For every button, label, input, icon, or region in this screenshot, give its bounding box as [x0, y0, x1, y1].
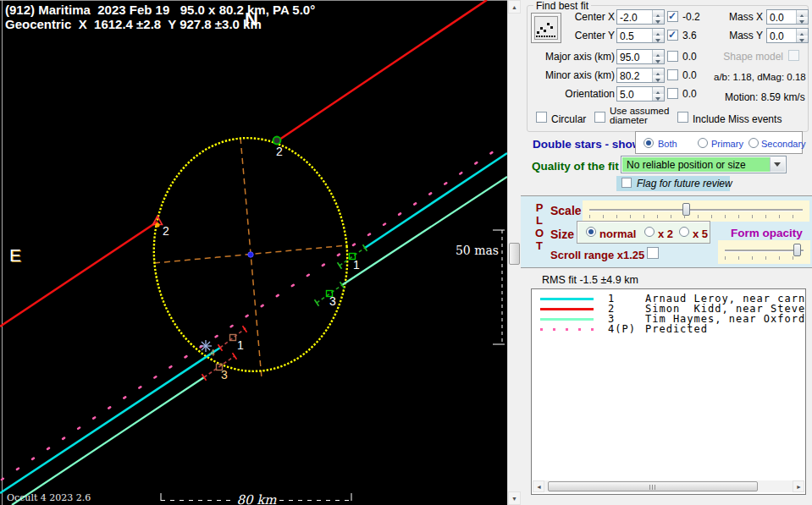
scroll-up-button[interactable]: ▲: [508, 0, 521, 14]
scale-slider[interactable]: [583, 200, 809, 222]
shape-model-checkbox[interactable]: [788, 50, 799, 61]
legend-swatch-chord1: [540, 298, 594, 300]
center-x-fit-checkbox[interactable]: [667, 11, 678, 22]
center-y-spinner[interactable]: [652, 29, 664, 42]
minor-axis-input[interactable]: 80.2: [616, 68, 665, 83]
scroll-range-checkbox[interactable]: [647, 247, 659, 259]
scroll-down-button[interactable]: ▼: [508, 491, 521, 505]
ellipse-center-dot[interactable]: [248, 252, 253, 257]
scale-km-label: 80 km: [236, 492, 277, 505]
use-assumed-diameter-checkbox[interactable]: [594, 112, 605, 123]
orientation-input[interactable]: 5.0: [616, 86, 665, 102]
plot-vertical-word: P L O T: [534, 201, 544, 252]
quality-label: Quality of the fit: [532, 160, 619, 173]
chord1-line-pre[interactable]: [0, 348, 220, 493]
chord3-r-tick1: [315, 299, 319, 305]
chord3-d-tick2: [233, 353, 237, 359]
double-stars-both-radio[interactable]: [644, 138, 654, 148]
plot-vertical-scrollbar[interactable]: ▲ ▼: [507, 0, 522, 505]
form-opacity-thumb[interactable]: [793, 244, 801, 256]
observer-legend-list[interactable]: 1 Arnaud Leroy, near carn 2 Simon Kidd, …: [531, 288, 806, 495]
orientation-spinner[interactable]: [652, 87, 664, 101]
quality-value: No reliable position or size: [627, 159, 746, 171]
chord3-line-post[interactable]: [342, 177, 507, 285]
orientation-fit-checkbox[interactable]: [667, 88, 678, 99]
north-label: N: [245, 8, 258, 30]
ab-dmag-text: a/b: 1.18, dMag: 0.18: [714, 72, 806, 82]
plot-letter-t: T: [536, 239, 543, 252]
size-x2-label: x 2: [658, 228, 673, 240]
form-opacity-slider[interactable]: [718, 240, 810, 264]
chord2-r-marker[interactable]: [273, 137, 281, 145]
east-label: E: [9, 245, 21, 266]
center-x-input[interactable]: -2.0: [616, 9, 665, 25]
size-x2-radio[interactable]: [644, 227, 655, 237]
label-chord1-r: 1: [353, 258, 360, 272]
scale-label: Scale: [550, 204, 582, 217]
plot-letter-o: O: [535, 227, 544, 239]
form-opacity-track[interactable]: [725, 250, 804, 252]
plot-letter-l: L: [536, 214, 543, 227]
legend-num-4: 4(P): [608, 323, 636, 335]
chord3-line-pre[interactable]: [12, 377, 204, 505]
size-normal-radio[interactable]: [586, 227, 596, 237]
include-miss-events-checkbox[interactable]: [677, 112, 688, 123]
rms-fit-text: RMS fit -1.5 ±4.9 km: [542, 274, 638, 286]
major-axis-spinner[interactable]: [652, 50, 664, 63]
mass-x-input[interactable]: 0.0: [766, 9, 809, 25]
mass-y-input[interactable]: 0.0: [766, 28, 809, 43]
double-stars-secondary-radio[interactable]: [748, 138, 759, 148]
dropdown-arrow-icon: [774, 162, 781, 170]
label-chord1-d: 1: [237, 338, 244, 352]
center-y-fit-checkbox[interactable]: [667, 30, 678, 41]
minor-axis-spinner[interactable]: [652, 69, 664, 82]
double-stars-primary-radio[interactable]: [698, 138, 708, 148]
vertical-scrollbar-thumb[interactable]: [509, 243, 520, 265]
scale-slider-thumb[interactable]: [682, 203, 690, 216]
minor-axis-label: Minor axis (km): [532, 69, 615, 81]
quality-dropdown-button[interactable]: [770, 157, 785, 172]
double-stars-primary-label: Primary: [711, 139, 743, 149]
legend-scroll-right-button[interactable]: ►: [793, 480, 804, 492]
minor-axis-fit-checkbox[interactable]: [667, 69, 678, 80]
quality-combobox[interactable]: No reliable position or size: [621, 156, 787, 173]
chord1-r-tick1: [338, 262, 342, 268]
find-best-fit-label: Find best fit: [533, 0, 591, 12]
scale-mas-label: 50 mas: [456, 244, 499, 257]
mass-y-spinner[interactable]: [796, 29, 808, 42]
chord3-d-uncertainty: [204, 356, 235, 377]
scale-slider-track[interactable]: [589, 209, 803, 211]
center-x-spinner[interactable]: [652, 10, 664, 24]
mass-y-value: 0.0: [770, 30, 784, 42]
label-chord3-r: 3: [329, 294, 336, 308]
form-opacity-label: Form opacity: [731, 227, 803, 239]
occultation-plot[interactable]: 2 2 1 3 1 3 4 50 mas 80 km (912) Maritim…: [0, 0, 507, 505]
size-x5-radio[interactable]: [679, 227, 689, 237]
form-opacity-ticks: [725, 256, 804, 260]
minor-axis-value: 80.2: [620, 70, 639, 82]
legend-horizontal-scrollbar[interactable]: ◄ ►: [533, 480, 804, 492]
fit-plot-icon-button[interactable]: [531, 13, 561, 43]
orientation-value: 5.0: [620, 89, 634, 101]
legend-scroll-left-button[interactable]: ◄: [533, 480, 544, 492]
circular-checkbox[interactable]: [536, 112, 547, 123]
use-assumed-diameter-label: Use assumed diameter: [610, 107, 669, 125]
mass-x-spinner[interactable]: [796, 10, 808, 24]
double-stars-both-label: Both: [658, 139, 677, 149]
major-axis-value: 95.0: [620, 52, 639, 63]
major-axis-fit-checkbox[interactable]: [667, 51, 678, 62]
chord1-r-uncertainty: [340, 248, 365, 266]
major-axis-input[interactable]: 95.0: [616, 49, 665, 64]
center-y-input[interactable]: 0.5: [616, 28, 665, 43]
double-stars-secondary-label: Secondary: [761, 139, 806, 149]
size-label: Size: [550, 228, 574, 241]
legend-scrollbar-thumb[interactable]: [548, 481, 758, 491]
legend-name-4: Predicted: [645, 323, 708, 335]
chord1-line-post[interactable]: [365, 153, 507, 248]
scroll-up-icon: ▲: [511, 4, 517, 10]
flag-review-checkbox[interactable]: [621, 178, 632, 188]
plot-canvas[interactable]: 2 2 1 3 1 3 4 50 mas 80 km: [0, 0, 507, 505]
shape-model-label: Shape model: [715, 51, 783, 63]
chord2-line-pre[interactable]: [0, 222, 157, 327]
include-miss-events-label: Include Miss events: [693, 113, 782, 125]
